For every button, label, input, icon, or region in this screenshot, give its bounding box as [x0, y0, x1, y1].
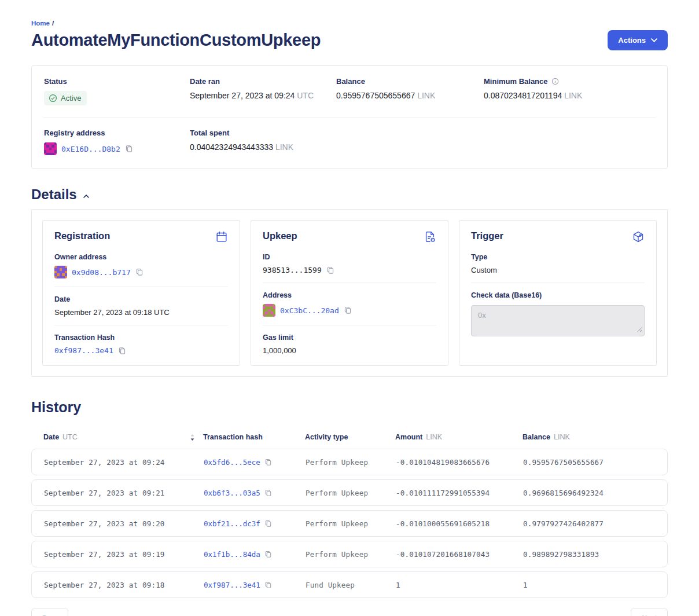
- row-activity: Fund Upkeep: [306, 581, 396, 589]
- registration-date-value: September 27, 2023 at 09:18 UTC: [54, 308, 228, 317]
- row-activity: Perform Upkeep: [306, 458, 396, 467]
- owner-identicon: [54, 266, 67, 278]
- min-balance-suffix: LINK: [564, 91, 582, 100]
- table-row: September 27, 2023 at 09:24 0x5fd6...5ec…: [31, 449, 668, 475]
- cube-icon: [632, 230, 645, 243]
- row-balance: 0.9595767505655667: [523, 458, 667, 467]
- transaction-hash-link[interactable]: 0xf987...3e41: [54, 346, 113, 355]
- min-balance-field: Minimum Balance 0.0870234817201194 LINK: [484, 77, 656, 105]
- total-spent-field: Total spent 0.04042324943443333 LINK: [190, 129, 336, 155]
- row-amount: -0.010100055691605218: [396, 519, 523, 528]
- row-balance: 0.9797927426402877: [523, 519, 667, 528]
- copy-icon[interactable]: [344, 306, 352, 314]
- history-table-body: September 27, 2023 at 09:24 0x5fd6...5ec…: [31, 449, 668, 598]
- row-amount: 1: [396, 581, 523, 589]
- breadcrumb-home-link[interactable]: Home: [31, 20, 50, 27]
- chevron-down-icon: [651, 38, 657, 42]
- prev-button[interactable]: Prev: [31, 608, 68, 616]
- table-row: September 27, 2023 at 09:19 0x1f1b...84d…: [31, 541, 668, 567]
- balance-field: Balance 0.9595767505655667 LINK: [336, 77, 484, 105]
- check-data-textarea[interactable]: [471, 305, 645, 336]
- actions-button[interactable]: Actions: [608, 30, 668, 50]
- check-data-field: Check data (Base16): [471, 291, 645, 339]
- col-date-label: Date: [43, 433, 59, 441]
- calendar-icon: [215, 230, 228, 243]
- row-hash-link[interactable]: 0xb6f3...03a5: [204, 489, 260, 497]
- status-badge-label: Active: [61, 94, 81, 102]
- row-activity: Perform Upkeep: [306, 550, 396, 559]
- upkeep-card-title: Upkeep: [263, 230, 297, 241]
- divider: [263, 325, 436, 325]
- col-amount-suffix: LINK: [426, 433, 442, 441]
- date-ran-suffix: UTC: [297, 91, 314, 100]
- copy-icon[interactable]: [326, 266, 334, 274]
- upkeep-address-link[interactable]: 0xC3bC...20ad: [280, 306, 339, 315]
- row-date: September 27, 2023 at 09:18: [44, 581, 204, 589]
- divider: [54, 325, 228, 325]
- row-hash-link[interactable]: 0xbf21...dc3f: [204, 519, 260, 528]
- sort-icon[interactable]: [190, 434, 195, 441]
- row-amount: -0.010111172991055394: [396, 489, 523, 497]
- actions-button-label: Actions: [618, 36, 646, 45]
- table-row: September 27, 2023 at 09:20 0xbf21...dc3…: [31, 510, 668, 537]
- trigger-card-title: Trigger: [471, 230, 503, 241]
- registration-card-title: Registration: [54, 230, 110, 241]
- trigger-type-value: Custom: [471, 266, 645, 274]
- registry-identicon: [44, 142, 57, 155]
- registration-date-label: Date: [54, 295, 228, 303]
- history-table-header: Date UTC Transaction hash Activity type …: [31, 433, 668, 441]
- copy-icon[interactable]: [264, 551, 272, 558]
- next-button[interactable]: Next: [631, 608, 668, 616]
- min-balance-value: 0.0870234817201194: [484, 91, 562, 100]
- row-balance: 1: [523, 581, 667, 589]
- upkeep-id-field: ID 938513...1599: [263, 253, 436, 274]
- page-title: AutomateMyFunctionCustomUpkeep: [31, 31, 321, 50]
- trigger-card: Trigger Type Custom Check data (Base16): [459, 220, 657, 366]
- col-balance-suffix: LINK: [554, 433, 570, 441]
- balance-label: Balance: [336, 77, 484, 86]
- copy-icon[interactable]: [264, 489, 272, 497]
- copy-icon[interactable]: [264, 459, 272, 466]
- transaction-hash-field: Transaction Hash 0xf987...3e41: [54, 333, 228, 355]
- copy-icon[interactable]: [125, 145, 133, 153]
- registry-address-field: Registry address 0xE16D...D8b2: [44, 129, 190, 155]
- row-date: September 27, 2023 at 09:24: [44, 458, 204, 467]
- table-row: September 27, 2023 at 09:18 0xf987...3e4…: [31, 571, 668, 598]
- info-icon[interactable]: [551, 78, 559, 85]
- copy-icon[interactable]: [264, 581, 272, 589]
- gas-limit-field: Gas limit 1,000,000: [263, 333, 436, 355]
- copy-icon[interactable]: [135, 268, 144, 276]
- owner-address-field: Owner address 0x9d08...b717: [54, 253, 228, 278]
- owner-address-link[interactable]: 0x9d08...b717: [72, 268, 131, 277]
- row-hash-link[interactable]: 0xf987...3e41: [204, 581, 260, 589]
- col-amount-label: Amount: [395, 433, 422, 441]
- upkeep-address-field: Address 0xC3bC...20ad: [263, 291, 436, 317]
- col-hash-label: Transaction hash: [203, 433, 263, 441]
- date-ran-label: Date ran: [190, 77, 336, 86]
- total-spent-label: Total spent: [190, 129, 336, 137]
- upkeep-address-label: Address: [263, 291, 436, 299]
- details-collapse-toggle[interactable]: [82, 195, 90, 198]
- registry-address-link[interactable]: 0xE16D...D8b2: [61, 145, 120, 153]
- copy-icon[interactable]: [118, 347, 126, 355]
- divider: [471, 283, 645, 283]
- upkeep-address-identicon: [263, 304, 275, 317]
- row-date: September 27, 2023 at 09:20: [44, 519, 204, 528]
- details-panel: Registration Owner address 0x9d08...b717…: [31, 209, 668, 377]
- row-amount: -0.010104819083665676: [396, 458, 523, 467]
- table-row: September 27, 2023 at 09:21 0xb6f3...03a…: [31, 479, 668, 506]
- row-hash-link[interactable]: 0x1f1b...84da: [204, 550, 260, 559]
- row-hash-link[interactable]: 0x5fd6...5ece: [204, 458, 260, 467]
- details-heading: Details: [31, 186, 77, 203]
- registration-card: Registration Owner address 0x9d08...b717…: [42, 220, 240, 366]
- total-spent-value: 0.04042324943443333: [190, 142, 273, 152]
- row-balance: 0.989892798331893: [523, 550, 667, 559]
- upkeep-id-value: 938513...1599: [263, 266, 322, 274]
- pagination-status: Showing 1 to 5 of 5 entries: [305, 614, 394, 616]
- gas-limit-label: Gas limit: [263, 333, 436, 342]
- col-date-suffix: UTC: [62, 433, 78, 441]
- check-data-label: Check data (Base16): [471, 291, 645, 299]
- row-date: September 27, 2023 at 09:21: [44, 489, 204, 497]
- breadcrumb-separator: /: [52, 20, 54, 27]
- copy-icon[interactable]: [264, 520, 272, 527]
